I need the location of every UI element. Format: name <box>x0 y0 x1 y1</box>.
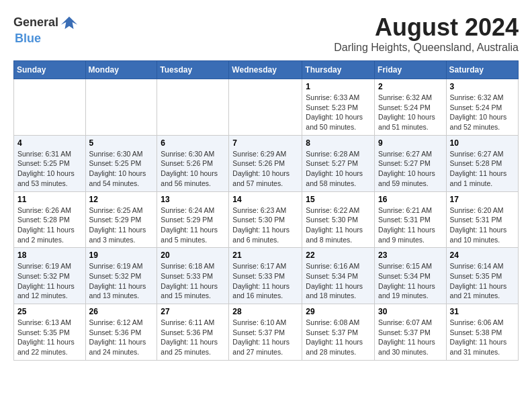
calendar-cell: 20Sunrise: 6:18 AM Sunset: 5:33 PM Dayli… <box>157 248 229 304</box>
day-number: 9 <box>378 138 443 148</box>
svg-marker-0 <box>61 17 77 30</box>
day-info: Sunrise: 6:25 AM Sunset: 5:29 PM Dayligh… <box>89 205 154 245</box>
day-info: Sunrise: 6:29 AM Sunset: 5:26 PM Dayligh… <box>232 149 298 189</box>
calendar-cell: 22Sunrise: 6:16 AM Sunset: 5:34 PM Dayli… <box>302 248 375 304</box>
calendar-cell: 4Sunrise: 6:31 AM Sunset: 5:25 PM Daylig… <box>14 135 86 191</box>
weekday-header-monday: Monday <box>85 61 157 79</box>
day-info: Sunrise: 6:17 AM Sunset: 5:33 PM Dayligh… <box>232 261 298 301</box>
day-info: Sunrise: 6:24 AM Sunset: 5:29 PM Dayligh… <box>161 205 225 245</box>
day-info: Sunrise: 6:27 AM Sunset: 5:28 PM Dayligh… <box>450 149 515 189</box>
calendar-table: SundayMondayTuesdayWednesdayThursdayFrid… <box>13 60 519 361</box>
day-info: Sunrise: 6:11 AM Sunset: 5:36 PM Dayligh… <box>161 318 225 357</box>
location-subtitle: Darling Heights, Queensland, Australia <box>334 42 519 54</box>
day-number: 29 <box>306 307 371 316</box>
day-number: 10 <box>450 138 515 148</box>
logo-general-text: General <box>13 16 58 30</box>
day-number: 5 <box>89 138 154 148</box>
day-info: Sunrise: 6:33 AM Sunset: 5:23 PM Dayligh… <box>306 93 371 132</box>
calendar-cell: 19Sunrise: 6:19 AM Sunset: 5:32 PM Dayli… <box>85 248 157 304</box>
day-info: Sunrise: 6:14 AM Sunset: 5:35 PM Dayligh… <box>450 261 515 301</box>
calendar-cell: 3Sunrise: 6:32 AM Sunset: 5:24 PM Daylig… <box>446 79 518 136</box>
calendar-cell: 28Sunrise: 6:10 AM Sunset: 5:37 PM Dayli… <box>229 304 302 361</box>
day-info: Sunrise: 6:30 AM Sunset: 5:25 PM Dayligh… <box>89 149 154 189</box>
day-info: Sunrise: 6:21 AM Sunset: 5:31 PM Dayligh… <box>378 205 443 245</box>
week-row-3: 11Sunrise: 6:26 AM Sunset: 5:28 PM Dayli… <box>14 191 519 248</box>
week-row-5: 25Sunrise: 6:13 AM Sunset: 5:35 PM Dayli… <box>14 304 519 361</box>
day-number: 18 <box>17 250 82 260</box>
calendar-cell <box>229 79 302 136</box>
day-number: 28 <box>232 307 298 316</box>
day-info: Sunrise: 6:22 AM Sunset: 5:30 PM Dayligh… <box>306 205 371 245</box>
calendar-cell: 14Sunrise: 6:23 AM Sunset: 5:30 PM Dayli… <box>229 191 302 248</box>
day-number: 13 <box>161 195 225 204</box>
calendar-cell: 11Sunrise: 6:26 AM Sunset: 5:28 PM Dayli… <box>14 191 86 248</box>
day-info: Sunrise: 6:31 AM Sunset: 5:25 PM Dayligh… <box>17 149 82 189</box>
calendar-cell <box>85 79 157 136</box>
day-number: 19 <box>89 250 154 260</box>
day-number: 17 <box>450 195 515 204</box>
day-info: Sunrise: 6:28 AM Sunset: 5:27 PM Dayligh… <box>306 149 371 189</box>
calendar-cell: 29Sunrise: 6:08 AM Sunset: 5:37 PM Dayli… <box>302 304 375 361</box>
weekday-header-friday: Friday <box>375 61 447 79</box>
day-info: Sunrise: 6:16 AM Sunset: 5:34 PM Dayligh… <box>306 261 371 301</box>
day-number: 3 <box>450 82 515 91</box>
calendar-cell: 13Sunrise: 6:24 AM Sunset: 5:29 PM Dayli… <box>157 191 229 248</box>
day-number: 31 <box>450 307 515 316</box>
day-info: Sunrise: 6:20 AM Sunset: 5:31 PM Dayligh… <box>450 205 515 245</box>
day-number: 4 <box>17 138 82 148</box>
calendar-cell: 25Sunrise: 6:13 AM Sunset: 5:35 PM Dayli… <box>14 304 86 361</box>
calendar-cell: 10Sunrise: 6:27 AM Sunset: 5:28 PM Dayli… <box>446 135 518 191</box>
calendar-cell: 26Sunrise: 6:12 AM Sunset: 5:36 PM Dayli… <box>85 304 157 361</box>
calendar-cell: 15Sunrise: 6:22 AM Sunset: 5:30 PM Dayli… <box>302 191 375 248</box>
day-number: 8 <box>306 138 371 148</box>
calendar-cell: 5Sunrise: 6:30 AM Sunset: 5:25 PM Daylig… <box>85 135 157 191</box>
weekday-header-thursday: Thursday <box>302 61 375 79</box>
day-number: 2 <box>378 82 443 91</box>
calendar-cell: 27Sunrise: 6:11 AM Sunset: 5:36 PM Dayli… <box>157 304 229 361</box>
day-info: Sunrise: 6:27 AM Sunset: 5:27 PM Dayligh… <box>378 149 443 189</box>
day-info: Sunrise: 6:12 AM Sunset: 5:36 PM Dayligh… <box>89 318 154 357</box>
day-number: 15 <box>306 195 371 204</box>
month-year-title: August 2024 <box>334 13 519 42</box>
day-number: 23 <box>378 250 443 260</box>
day-info: Sunrise: 6:08 AM Sunset: 5:37 PM Dayligh… <box>306 318 371 357</box>
day-number: 7 <box>232 138 298 148</box>
calendar-cell: 31Sunrise: 6:06 AM Sunset: 5:38 PM Dayli… <box>446 304 518 361</box>
day-info: Sunrise: 6:19 AM Sunset: 5:32 PM Dayligh… <box>17 261 82 301</box>
weekday-header-row: SundayMondayTuesdayWednesdayThursdayFrid… <box>14 61 519 79</box>
day-info: Sunrise: 6:32 AM Sunset: 5:24 PM Dayligh… <box>450 93 515 132</box>
day-number: 26 <box>89 307 154 316</box>
calendar-cell <box>157 79 229 136</box>
title-area: August 2024 Darling Heights, Queensland,… <box>334 13 519 54</box>
day-info: Sunrise: 6:26 AM Sunset: 5:28 PM Dayligh… <box>17 205 82 245</box>
calendar-cell: 9Sunrise: 6:27 AM Sunset: 5:27 PM Daylig… <box>375 135 447 191</box>
day-number: 16 <box>378 195 443 204</box>
day-info: Sunrise: 6:07 AM Sunset: 5:37 PM Dayligh… <box>378 318 443 357</box>
day-number: 11 <box>17 195 82 204</box>
day-info: Sunrise: 6:10 AM Sunset: 5:37 PM Dayligh… <box>232 318 298 357</box>
day-number: 12 <box>89 195 154 204</box>
day-number: 20 <box>161 250 225 260</box>
day-info: Sunrise: 6:30 AM Sunset: 5:26 PM Dayligh… <box>161 149 225 189</box>
weekday-header-tuesday: Tuesday <box>157 61 229 79</box>
calendar-cell <box>14 79 86 136</box>
day-info: Sunrise: 6:18 AM Sunset: 5:33 PM Dayligh… <box>161 261 225 301</box>
day-number: 30 <box>378 307 443 316</box>
day-number: 27 <box>161 307 225 316</box>
calendar-cell: 8Sunrise: 6:28 AM Sunset: 5:27 PM Daylig… <box>302 135 375 191</box>
day-info: Sunrise: 6:06 AM Sunset: 5:38 PM Dayligh… <box>450 318 515 357</box>
calendar-cell: 16Sunrise: 6:21 AM Sunset: 5:31 PM Dayli… <box>375 191 447 248</box>
calendar-cell: 24Sunrise: 6:14 AM Sunset: 5:35 PM Dayli… <box>446 248 518 304</box>
day-info: Sunrise: 6:32 AM Sunset: 5:24 PM Dayligh… <box>378 93 443 132</box>
calendar-cell: 6Sunrise: 6:30 AM Sunset: 5:26 PM Daylig… <box>157 135 229 191</box>
calendar-cell: 30Sunrise: 6:07 AM Sunset: 5:37 PM Dayli… <box>375 304 447 361</box>
day-number: 22 <box>306 250 371 260</box>
header: General Blue August 2024 Darling Heights… <box>13 13 519 54</box>
day-number: 1 <box>306 82 371 91</box>
day-number: 6 <box>161 138 225 148</box>
week-row-1: 1Sunrise: 6:33 AM Sunset: 5:23 PM Daylig… <box>14 79 519 136</box>
calendar-cell: 7Sunrise: 6:29 AM Sunset: 5:26 PM Daylig… <box>229 135 302 191</box>
calendar-cell: 18Sunrise: 6:19 AM Sunset: 5:32 PM Dayli… <box>14 248 86 304</box>
logo-bird-icon <box>60 13 79 32</box>
day-info: Sunrise: 6:23 AM Sunset: 5:30 PM Dayligh… <box>232 205 298 245</box>
